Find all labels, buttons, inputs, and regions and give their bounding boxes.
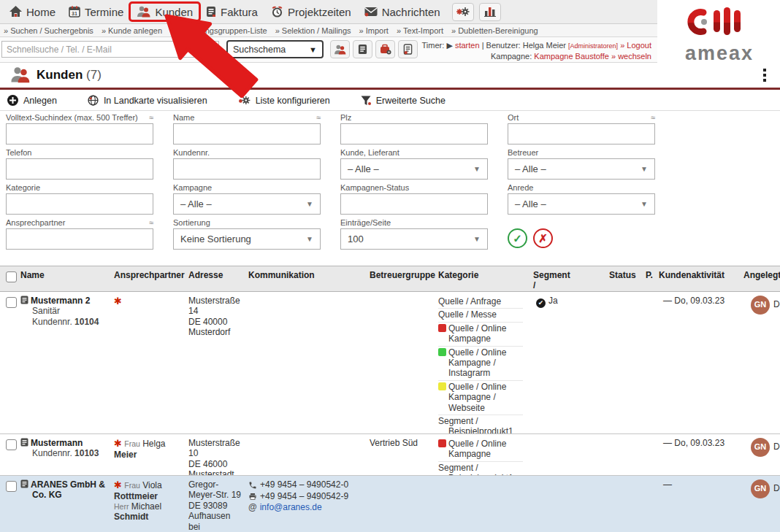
activity-cell: — [656,476,742,532]
ansprechpartner-input[interactable] [6,228,153,250]
filter-kundennr: Kundennr. [173,148,321,180]
quick-search-input[interactable] [1,41,219,58]
main-nav: Home 31 Termine Kunden Faktura Projektze… [0,0,657,24]
kampagnen-status-input[interactable] [340,193,488,215]
customer-name: ARANES GmbH & Co. KG [20,479,108,501]
plz-input[interactable] [340,123,488,144]
select-all-checkbox[interactable] [6,271,17,282]
anrede-select[interactable]: – Alle –▼ [508,193,655,215]
apply-filter-button[interactable]: ✓ [508,228,527,248]
filter-actions: ✓ ✗ [508,218,655,250]
breadcrumb-item-gruppen-liste[interactable]: »Betreuungsgruppen-Liste [170,26,267,35]
company-icon [20,479,28,488]
filter-kategorie: Kategorie [6,183,153,215]
name-input[interactable] [173,123,321,144]
result-count: (7) [86,68,102,82]
search-schema-select[interactable]: Suchschema ▼ [226,40,324,58]
filter-name: Name≈ [173,113,321,144]
col-kommunikation[interactable]: Kommunikation [245,266,367,291]
customers-icon [334,45,346,55]
chevron-down-icon: ▼ [473,235,481,243]
nav-item-kunden[interactable]: Kunden [130,0,199,24]
configure-list-button[interactable]: Liste konfigurieren [238,96,330,106]
betreuer-select[interactable]: – Alle –▼ [508,158,655,180]
eintraege-select[interactable]: 100▼ [340,228,488,250]
at-icon: @ [248,502,257,514]
avatar: GN [751,479,770,498]
nav-label: Faktura [221,6,258,18]
col-kategorie[interactable]: Kategorie [435,266,530,291]
breadcrumb-item-suchen[interactable]: »Suchen / Suchergebnis [4,26,93,35]
nav-item-faktura[interactable]: Faktura [199,0,264,24]
col-betreuergruppe[interactable]: Betreuergruppe [367,266,435,291]
col-segment[interactable]: Segment/ Beispielprodukt2 [530,266,606,291]
created-by-cell: GNDo [742,434,780,475]
session-line-1: Timer: ▶ starten | Benutzer: Helga Meier… [422,40,651,51]
funnel-icon [361,96,371,106]
quick-create-report-button[interactable] [398,40,418,58]
kategorie-input[interactable] [6,193,153,215]
logout-link[interactable]: » Logout [620,41,651,50]
col-adresse[interactable]: Adresse [186,266,245,291]
table-row[interactable]: Mustermann 2 Sanitär Kundennr. 10104 ✱ M… [0,292,780,434]
row-checkbox[interactable] [6,297,17,308]
nav-item-home[interactable]: Home [3,0,62,24]
quick-create-project-button[interactable] [375,40,395,58]
filter-kampagne: Kampagne – Alle –▼ [173,183,321,215]
category-list: Quelle / Online Kampagne Segment / Beisp… [435,434,530,475]
timer-start-link[interactable]: starten [455,41,480,50]
created-by-cell: GNDi [742,476,780,532]
advanced-search-button[interactable]: Erweiterte Suche [361,96,446,106]
alarm-clock-icon [271,6,283,18]
kunde-lieferant-select[interactable]: – Alle –▼ [340,158,488,180]
customers-icon [10,66,30,83]
breadcrumb-item-dubletten[interactable]: »Dubletten-Bereinigung [451,26,538,35]
nav-settings-button[interactable] [452,3,474,21]
kebab-menu-button[interactable] [760,67,770,83]
sortierung-select[interactable]: Keine Sortierung▼ [173,228,321,250]
category-color-swatch [438,439,446,447]
ort-input[interactable] [508,123,655,144]
col-kundenaktivitaet[interactable]: Kundenaktivität [656,266,742,291]
table-row[interactable]: ARANES GmbH & Co. KG ✱ Frau Viola Rotttm… [0,476,780,532]
home-icon [9,6,22,18]
create-button[interactable]: Anlegen [7,95,57,106]
nav-item-projektzeiten[interactable]: Projektzeiten [264,0,358,24]
row-checkbox[interactable] [6,481,17,492]
primary-contact-icon: ✱ [114,438,122,449]
breadcrumb-item-text-import[interactable]: »Text-Import [397,26,443,35]
kampagne-select[interactable]: – Alle –▼ [173,193,321,215]
col-angelegt[interactable]: Angelegt [742,266,780,291]
category-color-swatch [438,382,446,390]
plus-circle-icon [7,95,18,106]
company-icon [20,438,28,447]
nav-item-nachrichten[interactable]: Nachrichten [358,0,447,24]
email-link[interactable]: info@aranes.de [260,502,322,514]
ameax-wordmark: ameax [676,44,763,63]
col-p[interactable]: P. [644,266,656,291]
breadcrumb-item-selektion-mailings[interactable]: »Selektion / Mailings [275,26,351,35]
quick-create-customer-button[interactable] [330,40,350,58]
breadcrumb-item-import[interactable]: »Import [359,26,389,35]
breadcrumb-item-kunde-anlegen[interactable]: »Kunde anlegen [102,26,162,35]
row-checkbox[interactable] [6,439,17,450]
col-status[interactable]: Status [606,266,644,291]
nav-label: Nachrichten [382,6,440,18]
col-name[interactable]: Name [18,266,111,291]
campaign-switch-link[interactable]: » wechseln [611,52,651,61]
col-ansprechpartner[interactable]: Ansprechpartner [111,266,186,291]
campaign-name-link[interactable]: Kampagne Baustoffe [534,52,609,61]
avatar: GN [751,438,770,457]
telefon-input[interactable] [6,158,153,180]
nav-item-termine[interactable]: 31 Termine [62,0,130,24]
quick-create-invoice-button[interactable] [353,40,372,58]
table-row[interactable]: Mustermann Kundennr. 10103 ✱ Frau Helga … [0,434,780,476]
category-item: Quelle / Online Kampagne [438,438,523,462]
address-cell: Musterstraße 14 DE 40000 Musterdorf [186,292,245,433]
session-info: Timer: ▶ starten | Benutzer: Helga Meier… [422,40,651,62]
kundennr-input[interactable] [173,158,321,180]
fulltext-input[interactable] [6,123,153,144]
reset-filter-button[interactable]: ✗ [533,228,553,248]
nav-statistics-button[interactable] [479,3,501,21]
map-visualize-button[interactable]: In Landkarte visualisieren [88,95,207,106]
